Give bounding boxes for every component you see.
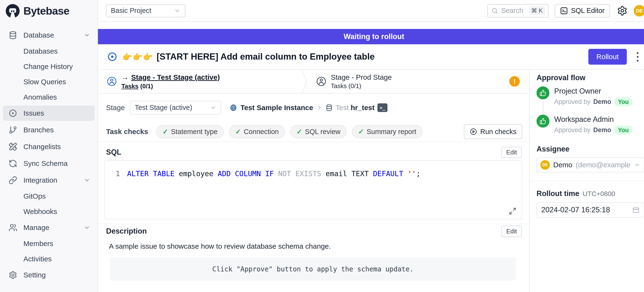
main-area: Basic Project Search ⌘ K SQL Editor DE W… bbox=[98, 0, 644, 292]
sidebar-item-changelists[interactable]: Changelists bbox=[3, 139, 94, 154]
check-success-icon: ✓ bbox=[235, 128, 241, 136]
check-pill-connection[interactable]: ✓ Connection bbox=[229, 125, 285, 138]
sidebar-item-slow-queries[interactable]: Slow Queries bbox=[3, 75, 94, 89]
pointing-hand-emojis: 👉👉👉 bbox=[122, 52, 153, 62]
sidebar-item-change-history[interactable]: Change History bbox=[3, 60, 94, 73]
rollout-time-input[interactable]: 2024-02-07 16:25:18 bbox=[536, 202, 644, 218]
check-pill-statement-type[interactable]: ✓ Statement type bbox=[156, 125, 224, 138]
sidebar-item-activities[interactable]: Activities bbox=[3, 252, 94, 266]
chevron-right-icon bbox=[316, 104, 323, 111]
sidebar-item-label: Activities bbox=[24, 255, 52, 263]
sidebar-item-label: Issues bbox=[24, 109, 44, 117]
search-shortcut-badge: ⌘ K bbox=[529, 6, 545, 15]
sidebar-item-setting[interactable]: Setting bbox=[3, 267, 94, 283]
settings-gear-icon[interactable] bbox=[617, 6, 628, 16]
thumbs-up-approved-icon bbox=[536, 86, 550, 99]
sidebar-item-database[interactable]: Database bbox=[3, 28, 94, 43]
check-pill-summary-report[interactable]: ✓ Summary report bbox=[352, 125, 422, 138]
rollout-timezone: UTC+0800 bbox=[582, 190, 615, 198]
sidebar-item-label: Database bbox=[24, 31, 54, 39]
project-selector[interactable]: Basic Project bbox=[106, 4, 185, 17]
play-circle-icon bbox=[470, 128, 477, 135]
sidebar-item-members[interactable]: Members bbox=[3, 237, 94, 251]
sidebar-item-integration[interactable]: Integration bbox=[3, 173, 94, 188]
sql-section-header: SQL Edit bbox=[106, 145, 522, 159]
database-icon bbox=[326, 104, 333, 111]
description-heading: Description bbox=[106, 227, 147, 235]
kebab-menu-icon[interactable] bbox=[635, 50, 640, 63]
sql-editor-block[interactable]: 1ALTER TABLE employee ADD COLUMN IF NOT … bbox=[104, 160, 522, 219]
link-icon bbox=[8, 176, 18, 185]
stage-separator bbox=[300, 70, 309, 93]
gear-icon bbox=[8, 271, 18, 279]
attention-warning-icon: ! bbox=[509, 76, 520, 87]
issue-open-icon bbox=[108, 52, 117, 62]
chevron-down-icon bbox=[84, 177, 90, 184]
sidebar-item-label: Databases bbox=[24, 47, 58, 55]
sql-edit-button[interactable]: Edit bbox=[502, 147, 522, 158]
calendar-icon[interactable] bbox=[632, 206, 640, 214]
user-avatar[interactable]: DE bbox=[634, 5, 644, 17]
sql-editor-button[interactable]: SQL Editor bbox=[555, 4, 610, 18]
approval-step-workspace-admin: Workspace Admin Approved by Demo You bbox=[536, 115, 644, 138]
issue-title: [START HERE] Add email column to Employe… bbox=[157, 52, 375, 62]
search-placeholder: Search bbox=[501, 7, 526, 15]
sidebar-item-label: GitOps bbox=[24, 192, 46, 200]
stage-selector-row: Stage Test Stage (active) Test Sample In… bbox=[98, 94, 529, 122]
stage-name: Stage - Prod Stage bbox=[331, 73, 392, 81]
you-badge: You bbox=[614, 126, 632, 134]
sidebar-item-issues[interactable]: Issues bbox=[3, 105, 94, 121]
database-link[interactable]: hr_test bbox=[351, 104, 374, 112]
assignee-avatar: DE bbox=[540, 160, 550, 170]
topbar: Basic Project Search ⌘ K SQL Editor DE bbox=[98, 0, 644, 22]
sidebar-item-manage[interactable]: Manage bbox=[3, 220, 94, 235]
stage-select[interactable]: Test Stage (active) bbox=[130, 101, 221, 115]
approval-step-project-owner: Project Owner Approved by Demo You bbox=[536, 86, 644, 110]
logo[interactable]: Bytebase bbox=[0, 0, 98, 22]
approval-flow-heading: Approval flow bbox=[536, 73, 644, 82]
sidebar-item-label: Anomalies bbox=[24, 93, 57, 101]
instance-link[interactable]: Test Sample Instance bbox=[240, 104, 313, 112]
stage-person-icon bbox=[316, 76, 326, 87]
sidebar-item-gitops[interactable]: GitOps bbox=[3, 189, 94, 203]
assignee-select[interactable]: DE Demo (demo@example bbox=[536, 157, 644, 173]
rollout-button[interactable]: Rollout bbox=[588, 49, 627, 65]
stages-row: → Stage - Test Stage (active) Tasks (0/1… bbox=[98, 70, 529, 94]
sql-code-line: 1ALTER TABLE employee ADD COLUMN IF NOT … bbox=[105, 169, 522, 179]
stage-tasks: Tasks (0/1) bbox=[121, 83, 220, 90]
line-number: 1 bbox=[105, 169, 120, 179]
database-breadcrumb: Test Sample Instance Test hr_test >_ bbox=[229, 103, 388, 112]
database-icon bbox=[8, 31, 18, 40]
sql-editor-label: SQL Editor bbox=[571, 7, 604, 15]
sidebar-item-databases[interactable]: Databases bbox=[3, 44, 94, 58]
rollout-time-value: 2024-02-07 16:25:18 bbox=[541, 206, 610, 214]
open-in-sql-editor-icon[interactable]: >_ bbox=[378, 103, 388, 112]
sidebar-item-anomalies[interactable]: Anomalies bbox=[3, 90, 94, 104]
check-success-icon: ✓ bbox=[162, 128, 168, 136]
sidebar-item-branches[interactable]: Branches bbox=[3, 122, 94, 138]
sidebar-item-label: Change History bbox=[24, 62, 73, 71]
task-checks-row: Task checks ✓ Statement type ✓ Connectio… bbox=[98, 122, 529, 142]
sync-icon bbox=[8, 159, 18, 168]
sidebar-item-label: Setting bbox=[24, 271, 46, 279]
issue-detail: → Stage - Test Stage (active) Tasks (0/1… bbox=[98, 70, 529, 292]
issue-side-panel: Approval flow Project Owner Approved by … bbox=[529, 70, 644, 292]
approver-name: Demo bbox=[593, 98, 611, 105]
description-edit-button[interactable]: Edit bbox=[502, 226, 522, 237]
approver-name: Demo bbox=[593, 126, 611, 134]
sidebar-item-sync-schema[interactable]: Sync Schema bbox=[3, 156, 94, 171]
sidebar-item-label: Slow Queries bbox=[24, 78, 66, 86]
stage-card-prod[interactable]: Stage - Prod Stage Tasks (0/1) bbox=[309, 70, 509, 93]
stage-card-test[interactable]: → Stage - Test Stage (active) Tasks (0/1… bbox=[98, 70, 300, 93]
panel-divider bbox=[530, 181, 644, 181]
sidebar-item-webhooks[interactable]: Webhooks bbox=[3, 205, 94, 219]
sidebar-nav: Database Databases Change History Slow Q… bbox=[0, 22, 98, 284]
description-note-text: Click "Approve" button to apply the sche… bbox=[212, 265, 414, 273]
expand-fullscreen-icon[interactable] bbox=[509, 207, 516, 215]
sql-heading: SQL bbox=[106, 148, 121, 157]
check-pill-sql-review[interactable]: ✓ SQL review bbox=[290, 125, 346, 138]
search-input[interactable]: Search ⌘ K bbox=[487, 4, 548, 18]
section-divider bbox=[98, 224, 529, 224]
check-success-icon: ✓ bbox=[358, 128, 364, 136]
run-checks-button[interactable]: Run checks bbox=[464, 124, 522, 139]
